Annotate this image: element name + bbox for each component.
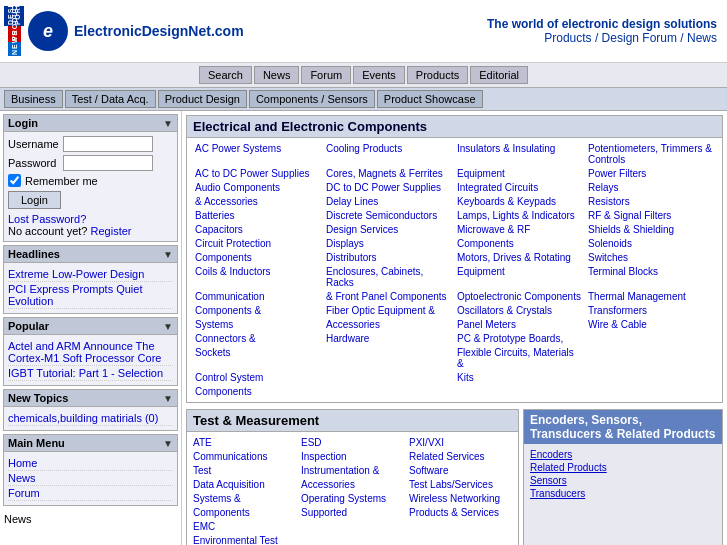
component-item[interactable]: Lamps, Lights & Indicators — [455, 209, 585, 222]
headline-item[interactable]: PCI Express Prompts Quiet Evolution — [8, 282, 173, 309]
encoder-item[interactable]: Related Products — [528, 461, 718, 474]
component-item[interactable]: Design Services — [324, 223, 454, 236]
component-item[interactable]: Shields & Shielding — [586, 223, 716, 236]
tm-item[interactable]: Test — [191, 464, 298, 477]
component-item[interactable]: Cores, Magnets & Ferrites — [324, 167, 454, 180]
component-item[interactable]: Communication — [193, 290, 323, 303]
tm-item[interactable]: Related Services — [407, 450, 514, 463]
component-item[interactable]: Oscillators & Crystals — [455, 304, 585, 317]
password-input[interactable] — [63, 155, 153, 171]
component-item[interactable]: Equipment — [455, 265, 585, 289]
component-item[interactable]: Capacitors — [193, 223, 323, 236]
component-item[interactable]: Displays — [324, 237, 454, 250]
new-topics-arrow[interactable]: ▼ — [163, 393, 173, 404]
component-item[interactable]: Panel Meters — [455, 318, 585, 331]
tm-item[interactable]: Instrumentation & — [299, 464, 406, 477]
top-nav-events[interactable]: Events — [353, 66, 405, 84]
component-item[interactable]: Terminal Blocks — [586, 265, 716, 289]
component-item[interactable]: Components — [193, 385, 323, 398]
component-item[interactable]: Components — [455, 237, 585, 250]
component-item[interactable]: Keyboards & Keypads — [455, 195, 585, 208]
tm-item[interactable]: Software — [407, 464, 514, 477]
username-input[interactable] — [63, 136, 153, 152]
component-item[interactable]: Audio Components — [193, 181, 323, 194]
component-item[interactable]: Microwave & RF — [455, 223, 585, 236]
tm-item[interactable]: Systems & — [191, 492, 298, 505]
main-menu-item-forum[interactable]: Forum — [8, 486, 173, 501]
component-item[interactable]: Transformers — [586, 304, 716, 317]
second-nav-test---data-acq.[interactable]: Test / Data Acq. — [65, 90, 156, 108]
lost-password-link[interactable]: Lost Password? — [8, 213, 173, 225]
top-nav-news[interactable]: News — [254, 66, 300, 84]
component-item[interactable]: Systems — [193, 318, 323, 331]
top-nav-search[interactable]: Search — [199, 66, 252, 84]
component-item[interactable]: Enclosures, Cabinets, Racks — [324, 265, 454, 289]
tm-item[interactable]: ESD — [299, 436, 406, 449]
component-item[interactable]: AC Power Systems — [193, 142, 323, 166]
component-item[interactable]: Wire & Cable — [586, 318, 716, 331]
component-item[interactable]: Cooling Products — [324, 142, 454, 166]
component-item[interactable]: Delay Lines — [324, 195, 454, 208]
tm-item[interactable]: Environmental Test — [191, 534, 298, 545]
component-item[interactable]: Batteries — [193, 209, 323, 222]
top-nav-products[interactable]: Products — [407, 66, 468, 84]
component-item[interactable]: Coils & Inductors — [193, 265, 323, 289]
tm-item[interactable]: Test Labs/Services — [407, 478, 514, 491]
component-item[interactable]: & Front Panel Components — [324, 290, 454, 303]
component-item[interactable]: Insulators & Insulating — [455, 142, 585, 166]
tm-item[interactable]: Accessories — [299, 478, 406, 491]
component-item[interactable]: Motors, Drives & Rotating — [455, 251, 585, 264]
component-item[interactable]: RF & Signal Filters — [586, 209, 716, 222]
component-item[interactable]: & Accessories — [193, 195, 323, 208]
tm-item[interactable]: Inspection — [299, 450, 406, 463]
component-item[interactable]: Power Filters — [586, 167, 716, 180]
component-item[interactable]: Circuit Protection — [193, 237, 323, 250]
component-item[interactable]: Equipment — [455, 167, 585, 180]
component-item[interactable]: Accessories — [324, 318, 454, 331]
component-item[interactable]: Switches — [586, 251, 716, 264]
component-item[interactable]: Solenoids — [586, 237, 716, 250]
component-item[interactable]: Components & — [193, 304, 323, 317]
component-item[interactable]: Potentiometers, Trimmers & Controls — [586, 142, 716, 166]
tm-item[interactable]: Products & Services — [407, 506, 514, 519]
top-nav-forum[interactable]: Forum — [301, 66, 351, 84]
component-item[interactable]: Discrete Semiconductors — [324, 209, 454, 222]
component-item[interactable]: Thermal Management — [586, 290, 716, 303]
main-menu-item-home[interactable]: Home — [8, 456, 173, 471]
component-item[interactable]: Components — [193, 251, 323, 264]
second-nav-components---sensors[interactable]: Components / Sensors — [249, 90, 375, 108]
top-nav-editorial[interactable]: Editorial — [470, 66, 528, 84]
component-item[interactable]: Integrated Circuits — [455, 181, 585, 194]
second-nav-product-showcase[interactable]: Product Showcase — [377, 90, 483, 108]
register-link[interactable]: Register — [91, 225, 132, 237]
component-item[interactable]: AC to DC Power Supplies — [193, 167, 323, 180]
popular-arrow[interactable]: ▼ — [163, 321, 173, 332]
component-item[interactable]: PC & Prototype Boards, — [455, 332, 585, 345]
component-item[interactable]: Fiber Optic Equipment & — [324, 304, 454, 317]
component-item[interactable]: Flexible Circuits, Materials & — [455, 346, 585, 370]
tm-item[interactable]: Components — [191, 506, 298, 519]
component-item[interactable]: Resistors — [586, 195, 716, 208]
second-nav-business[interactable]: Business — [4, 90, 63, 108]
popular-item[interactable]: IGBT Tutorial: Part 1 - Selection — [8, 366, 173, 381]
login-button[interactable]: Login — [8, 191, 61, 209]
tm-item[interactable]: Communications — [191, 450, 298, 463]
component-item[interactable]: Hardware — [324, 332, 454, 345]
login-arrow[interactable]: ▼ — [163, 118, 173, 129]
component-item[interactable]: Control System — [193, 371, 323, 384]
tm-item[interactable]: Operating Systems — [299, 492, 406, 505]
encoder-item[interactable]: Encoders — [528, 448, 718, 461]
tm-item[interactable]: ATE — [191, 436, 298, 449]
component-item[interactable]: Connectors & — [193, 332, 323, 345]
component-item[interactable]: Distributors — [324, 251, 454, 264]
tm-item[interactable]: Data Acquisition — [191, 478, 298, 491]
encoder-item[interactable]: Sensors — [528, 474, 718, 487]
tm-item[interactable]: Wireless Networking — [407, 492, 514, 505]
component-item[interactable]: DC to DC Power Supplies — [324, 181, 454, 194]
headlines-arrow[interactable]: ▼ — [163, 249, 173, 260]
tm-item[interactable]: PXI/VXI — [407, 436, 514, 449]
popular-item[interactable]: Actel and ARM Announce The Cortex-M1 Sof… — [8, 339, 173, 366]
remember-checkbox[interactable] — [8, 174, 21, 187]
encoder-item[interactable]: Transducers — [528, 487, 718, 500]
new-topic-item[interactable]: chemicals,building matirials (0) — [8, 411, 173, 426]
